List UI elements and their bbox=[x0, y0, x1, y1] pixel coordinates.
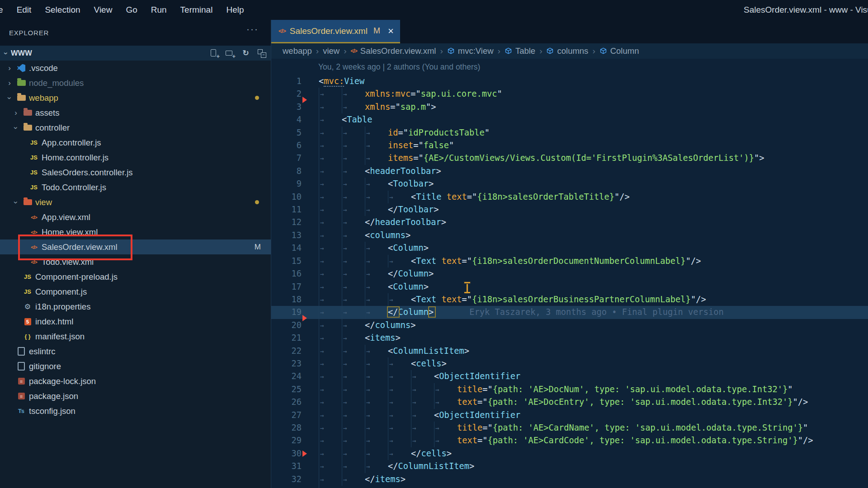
breadcrumb-item-webapp[interactable]: webapp bbox=[283, 46, 312, 56]
code-line-2[interactable]: 2→→xmlns:mvc="sap.ui.core.mvc" bbox=[271, 88, 868, 100]
code-line-32[interactable]: 32→→</items> bbox=[271, 473, 868, 486]
code-line-13[interactable]: 13→→<columns> bbox=[271, 229, 868, 242]
code-line-14[interactable]: 14→→→<Column> bbox=[271, 242, 868, 254]
sidebar-file-i18n-properties[interactable]: ⚙i18n.properties bbox=[0, 299, 271, 314]
code-line-24[interactable]: 24→→→→→<ObjectIdentifier bbox=[271, 370, 868, 383]
line-content: →→→→<Text text="{i18n>salesOrderDocument… bbox=[319, 255, 701, 267]
code-line-25[interactable]: 25→→→→→→title="{path: 'AE>DocNum', type:… bbox=[271, 383, 868, 396]
code-line-11[interactable]: 11→→→</Toolbar> bbox=[271, 203, 868, 216]
code-line-17[interactable]: 17→→→<Column> bbox=[271, 281, 868, 293]
sidebar-folder-controller[interactable]: ›controller bbox=[0, 120, 271, 135]
code-line-5[interactable]: 5→→→id="idProductsTable" bbox=[271, 127, 868, 139]
code-line-20[interactable]: 20→→</columns> bbox=[271, 319, 868, 332]
code-line-30[interactable]: 30→→→→</cells> bbox=[271, 447, 868, 460]
breadcrumb-item-salesorder-view-xml[interactable]: </>SalesOrder.view.xml bbox=[350, 46, 436, 56]
collapse-all-icon[interactable] bbox=[257, 48, 266, 58]
sidebar-file-home-view-xml[interactable]: </>Home.view.xml bbox=[0, 225, 271, 239]
sidebar-file-gitignore[interactable]: gitignore bbox=[0, 359, 271, 374]
sidebar-file-home-controller-js[interactable]: JSHome.controller.js bbox=[0, 150, 271, 165]
code-line-10[interactable]: 10→→→→<Title text="{i18n>salesOrderTable… bbox=[271, 191, 868, 203]
javascript-file-icon: JS bbox=[29, 153, 39, 163]
code-line-29[interactable]: 29→→→→→→text="{path: 'AE>CardCode', type… bbox=[271, 434, 868, 447]
sidebar-folder--vscode[interactable]: ›.vscode bbox=[0, 61, 271, 75]
code-line-9[interactable]: 9→→→<Toolbar> bbox=[271, 178, 868, 190]
code-line-22[interactable]: 22→→→<ColumnListItem> bbox=[271, 345, 868, 357]
code-icon: </> bbox=[278, 28, 286, 34]
sidebar-file-app-controller-js[interactable]: JSApp.controller.js bbox=[0, 135, 271, 150]
menu-item-go[interactable]: Go bbox=[126, 5, 137, 15]
line-number: 12 bbox=[271, 216, 302, 229]
code-line-16[interactable]: 16→→→</Column> bbox=[271, 267, 868, 280]
line-content: →→→→→→title="{path: 'AE>DocNum', type: '… bbox=[319, 383, 793, 396]
tab-salesorder-view-xml[interactable]: </> SalesOrder.view.xml M × bbox=[271, 20, 400, 43]
tab-whitespace-icon: → bbox=[388, 357, 411, 370]
menu-item-view[interactable]: View bbox=[94, 5, 113, 15]
code-line-26[interactable]: 26→→→→→→text="{path: 'AE>DocEntry', type… bbox=[271, 396, 868, 408]
menu-items: FileEditSelectionViewGoRunTerminalHelp bbox=[0, 5, 244, 15]
sidebar-file-salesorder-view-xml[interactable]: </>SalesOrder.view.xmlM bbox=[0, 239, 271, 254]
code-line-3[interactable]: 3→→xmlns="sap.m"> bbox=[271, 101, 868, 113]
close-icon[interactable]: × bbox=[388, 27, 394, 36]
code-line-15[interactable]: 15→→→→<Text text="{i18n>salesOrderDocume… bbox=[271, 255, 868, 267]
breadcrumb-item-column[interactable]: Column bbox=[599, 46, 639, 56]
code-line-8[interactable]: 8→→<headerToolbar> bbox=[271, 165, 868, 178]
menu-item-run[interactable]: Run bbox=[151, 5, 167, 15]
sidebar-file-component-js[interactable]: JSComponent.js bbox=[0, 284, 271, 299]
workspace-section-header[interactable]: › WWW ↻ bbox=[0, 46, 271, 61]
sidebar-file-tsconfig-json[interactable]: Tstsconfig.json bbox=[0, 404, 271, 418]
line-content: →→→→<Title text="{i18n>salesOrderTableTi… bbox=[319, 191, 630, 203]
menu-item-selection[interactable]: Selection bbox=[45, 5, 80, 15]
new-file-icon[interactable] bbox=[209, 48, 219, 58]
code-line-23[interactable]: 23→→→→<cells> bbox=[271, 357, 868, 370]
tab-whitespace-icon: → bbox=[319, 447, 342, 460]
new-folder-icon[interactable] bbox=[225, 48, 235, 58]
breadcrumb-item-mvc-view[interactable]: mvc:View bbox=[447, 46, 494, 56]
code-line-28[interactable]: 28→→→→→→title="{path: 'AE>CardName', typ… bbox=[271, 422, 868, 434]
line-number: 25 bbox=[271, 383, 302, 396]
tab-whitespace-icon: → bbox=[319, 127, 342, 139]
sidebar-folder-assets[interactable]: ›assets bbox=[0, 105, 271, 120]
breadcrumb-item-table[interactable]: Table bbox=[505, 46, 535, 56]
code-line-7[interactable]: 7→→→items="{AE>/CustomViews/Views.Custom… bbox=[271, 152, 868, 164]
code-line-21[interactable]: 21→→<items> bbox=[271, 332, 868, 344]
file-label: index.html bbox=[35, 317, 73, 327]
sidebar-file-app-view-xml[interactable]: </>App.view.xml bbox=[0, 210, 271, 225]
code-line-12[interactable]: 12→→</headerToolbar> bbox=[271, 216, 868, 229]
sidebar-file-index-html[interactable]: 5index.html bbox=[0, 314, 271, 329]
code-line-33[interactable]: 33→</Table> bbox=[271, 486, 868, 488]
code-line-6[interactable]: 6→→→inset="false" bbox=[271, 139, 868, 152]
sidebar-file-todo-view-xml[interactable]: </>Todo.view.xml bbox=[0, 254, 271, 269]
code-line-18[interactable]: 18→→→→<Text text="{i18n>salesOrderBusine… bbox=[271, 293, 868, 306]
breadcrumb-item-columns[interactable]: columns bbox=[546, 46, 588, 56]
code-line-1[interactable]: 1<mvc:View bbox=[271, 75, 868, 88]
javascript-file-icon: JS bbox=[29, 138, 39, 148]
file-label: Todo.Controller.js bbox=[42, 183, 106, 192]
more-actions-icon[interactable]: ··· bbox=[246, 23, 259, 34]
line-content: →→→inset="false" bbox=[319, 139, 454, 152]
sidebar-folder-view[interactable]: ›view bbox=[0, 195, 271, 210]
refresh-icon[interactable]: ↻ bbox=[241, 48, 250, 58]
menu-item-terminal[interactable]: Terminal bbox=[180, 5, 213, 15]
code-line-4[interactable]: 4→<Table bbox=[271, 113, 868, 126]
sidebar-file-package-lock-json[interactable]: ≡package-lock.json bbox=[0, 374, 271, 389]
code-line-27[interactable]: 27→→→→→<ObjectIdentifier bbox=[271, 409, 868, 422]
file-label: Home.controller.js bbox=[42, 153, 108, 163]
sidebar-folder-webapp[interactable]: ›webapp bbox=[0, 90, 271, 105]
breadcrumb-item-view[interactable]: view bbox=[323, 46, 340, 56]
file-label: eslintrc bbox=[29, 347, 56, 357]
code-editor[interactable]: You, 2 weeks ago | 2 authors (You and ot… bbox=[271, 59, 868, 488]
line-number: 4 bbox=[271, 113, 302, 126]
code-line-19[interactable]: 19→→→</Column>Eryk Taszarek, 3 months ag… bbox=[271, 306, 868, 319]
sidebar-file-component-preload-js[interactable]: JSComponent-preload.js bbox=[0, 269, 271, 284]
file-label: Home.view.xml bbox=[42, 227, 98, 237]
sidebar-file-eslintrc[interactable]: eslintrc bbox=[0, 344, 271, 359]
sidebar-folder-node-modules[interactable]: ›node_modules bbox=[0, 75, 271, 90]
menu-item-file[interactable]: File bbox=[0, 5, 3, 15]
sidebar-file-todo-controller-js[interactable]: JSTodo.Controller.js bbox=[0, 180, 271, 195]
sidebar-file-manifest-json[interactable]: { }manifest.json bbox=[0, 329, 271, 344]
code-line-31[interactable]: 31→→→</ColumnListItem> bbox=[271, 460, 868, 473]
sidebar-file-package-json[interactable]: ≡package.json bbox=[0, 389, 271, 404]
sidebar-file-salesorders-controller-js[interactable]: JSSalesOrders.controller.js bbox=[0, 165, 271, 180]
menu-item-edit[interactable]: Edit bbox=[17, 5, 32, 15]
menu-item-help[interactable]: Help bbox=[226, 5, 244, 15]
